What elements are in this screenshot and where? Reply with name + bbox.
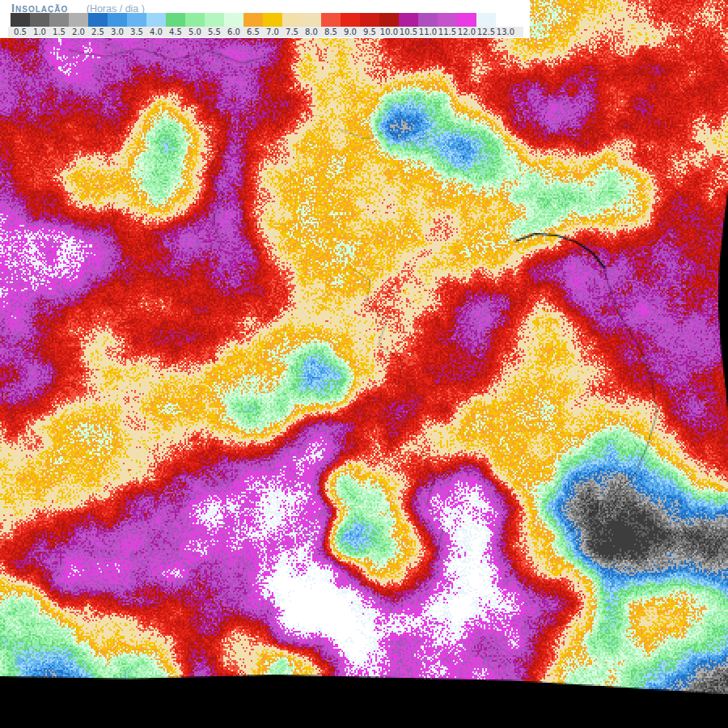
- insolation-raster-map: [0, 0, 728, 728]
- legend-segment-1: [30, 13, 49, 27]
- legend-tick-label: 11.5: [438, 27, 457, 37]
- legend-tick-label: 0.5: [11, 27, 30, 37]
- legend-tick-label: 4.0: [146, 27, 166, 37]
- legend-segment-12: [457, 13, 476, 27]
- legend-tick-label: 8.5: [321, 27, 341, 37]
- legend-tick-label: 11.0: [418, 27, 438, 37]
- legend-segment-9.5: [360, 13, 379, 27]
- legend-tick-label: 10.5: [399, 27, 418, 37]
- legend-tick-label: 5.0: [185, 27, 205, 37]
- legend-tick-label: 2.0: [69, 27, 88, 37]
- legend-tick-label: 2.5: [88, 27, 108, 37]
- legend-segment-6: [224, 13, 243, 27]
- legend-segment-1.5: [49, 13, 69, 27]
- legend-tick-label: 8.0: [302, 27, 321, 37]
- legend-segment-6.5: [243, 13, 263, 27]
- legend-tick-label: 10.0: [379, 27, 399, 37]
- legend-tick-label: 6.0: [224, 27, 243, 37]
- legend-segment-10.5: [399, 13, 418, 27]
- legend-tick-label: 5.5: [205, 27, 224, 37]
- legend-segment-12.5: [476, 13, 496, 27]
- legend-segment-8: [302, 13, 321, 27]
- legend-segment-2.5: [88, 13, 108, 27]
- legend-segment-3: [108, 13, 127, 27]
- legend-segment-8.5: [321, 13, 341, 27]
- legend-segment-7: [263, 13, 282, 27]
- legend-color-bar: [11, 13, 515, 27]
- legend-panel: Insolação (Horas / dia ) 0.51.01.52.02.5…: [0, 0, 530, 38]
- legend-tick-label: 3.0: [108, 27, 127, 37]
- legend-segment-5.5: [205, 13, 224, 27]
- legend-segment-4: [146, 13, 166, 27]
- legend-tick-label: 3.5: [127, 27, 146, 37]
- legend-segment-5: [185, 13, 205, 27]
- legend-segment-0.5: [11, 13, 30, 27]
- legend-tick-label: 13.0: [496, 27, 515, 37]
- legend-tick-label: 9.5: [360, 27, 379, 37]
- legend-tick-label: 7.0: [263, 27, 282, 37]
- insolation-map-page: Insolação (Horas / dia ) 0.51.01.52.02.5…: [0, 0, 728, 728]
- legend-tick-label: 1.0: [30, 27, 49, 37]
- legend-segment-10: [379, 13, 399, 27]
- legend-segment-9: [341, 13, 360, 27]
- legend-tick-label: 7.5: [282, 27, 302, 37]
- legend-tick-label: 12.5: [476, 27, 496, 37]
- legend-segment-13: [496, 13, 515, 27]
- legend-segment-11.5: [438, 13, 457, 27]
- legend-segment-4.5: [166, 13, 185, 27]
- legend-tick-label: 4.5: [166, 27, 185, 37]
- legend-segment-3.5: [127, 13, 146, 27]
- legend-tick-labels: 0.51.01.52.02.53.03.54.04.55.05.56.06.57…: [8, 27, 523, 37]
- legend-tick-label: 9.0: [341, 27, 360, 37]
- legend-segment-7.5: [282, 13, 302, 27]
- legend-segment-11: [418, 13, 438, 27]
- legend-tick-label: 1.5: [49, 27, 69, 37]
- legend-segment-2: [69, 13, 88, 27]
- legend-tick-label: 6.5: [243, 27, 263, 37]
- legend-tick-label: 12.0: [457, 27, 476, 37]
